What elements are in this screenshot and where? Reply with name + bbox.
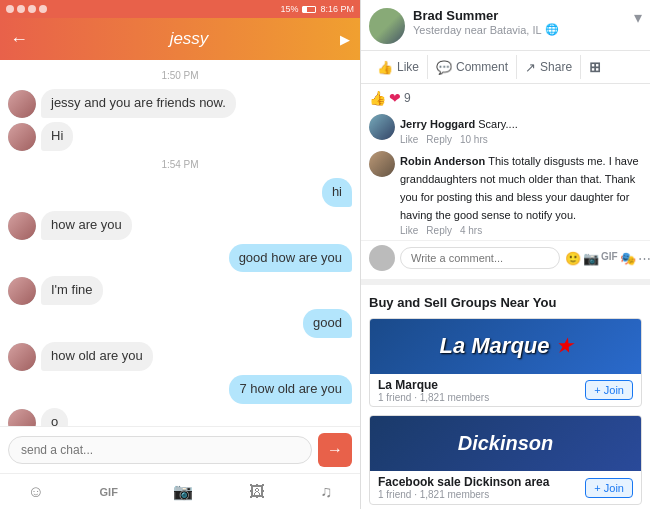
msg-row-how-are-you: how are you [8, 211, 352, 240]
dickinson-name: Facebook sale Dickinson area [378, 475, 549, 489]
msg-row-good-sent: good [8, 309, 352, 338]
msg-row-sent-hi: hi [8, 178, 352, 207]
send-icon: → [327, 441, 343, 459]
robin-avatar [369, 151, 395, 177]
smiley-icon[interactable]: 🙂 [565, 251, 581, 266]
avatar [8, 409, 36, 426]
camera-icon[interactable]: 📷 [173, 482, 193, 501]
system-bubble: jessy and you are friends now. [41, 89, 236, 118]
fb-panel: Brad Summer Yesterday near Batavia, IL 🌐… [360, 0, 650, 509]
msg-row-im-fine: I'm fine [8, 276, 352, 305]
lamarque-logo-text: La Marque [439, 333, 549, 359]
bubble-hi-received: Hi [41, 122, 73, 151]
bubble-7-how-old: 7 how old are you [229, 375, 352, 404]
reaction-heart-icon: ❤ [389, 90, 401, 106]
chat-messages: 1:50 PM jessy and you are friends now. H… [0, 60, 360, 426]
gif-icon[interactable]: GIF [100, 486, 118, 498]
bubble-o: o [41, 408, 68, 426]
chat-title: jessy [38, 29, 340, 49]
avatar-image [8, 277, 36, 305]
fb-group-card-dickinson: Dickinson Facebook sale Dickinson area 1… [369, 415, 642, 505]
camera-icon-2[interactable]: 📷 [583, 251, 599, 266]
avatar-image [8, 212, 36, 240]
more-button[interactable]: ⊞ [581, 55, 609, 79]
reaction-like-icon: 👍 [369, 90, 386, 106]
fb-comments: Jerry Hoggard Scary.... Like Reply 10 hr… [361, 110, 650, 240]
time-label-2: 1:54 PM [8, 159, 352, 170]
jerry-actions: Like Reply 10 hrs [400, 134, 642, 145]
bubble-im-fine: I'm fine [41, 276, 103, 305]
fb-action-bar: 👍 Like 💬 Comment ↗ Share ⊞ [361, 50, 650, 84]
fb-reactions: 👍 ❤ 9 [361, 86, 650, 110]
chat-input[interactable] [8, 436, 312, 464]
back-button[interactable]: ← [10, 29, 28, 50]
avatar [8, 90, 36, 118]
robin-like[interactable]: Like [400, 225, 418, 236]
jerry-reply[interactable]: Reply [426, 134, 452, 145]
fb-divider [361, 279, 650, 285]
comment-jerry-body: Jerry Hoggard Scary.... Like Reply 10 hr… [400, 114, 642, 145]
fb-group-card-lamarque: La Marque ★ La Marque 1 friend · 1,821 m… [369, 318, 642, 408]
robin-time: 4 hrs [460, 225, 482, 236]
avatar [8, 343, 36, 371]
image-icon[interactable]: 🖼 [249, 483, 265, 501]
clock: 8:16 PM [320, 4, 354, 14]
jerry-extra: Scary.... [478, 118, 518, 130]
more-emoji-icon[interactable]: ⋯ [638, 251, 650, 266]
lamarque-meta: La Marque 1 friend · 1,821 members [378, 378, 489, 403]
fb-comment-input[interactable] [400, 247, 560, 269]
robin-name: Robin Anderson [400, 155, 488, 167]
fb-post-options[interactable]: ▾ [634, 8, 642, 27]
chat-input-row: → [0, 426, 360, 473]
gif-icon-2[interactable]: GIF [601, 251, 618, 266]
dickinson-meta: Facebook sale Dickinson area 1 friend · … [378, 475, 549, 500]
emoji-icon[interactable]: ☺ [28, 483, 44, 501]
share-icon: ↗ [525, 60, 536, 75]
robin-reply[interactable]: Reply [426, 225, 452, 236]
status-bar-left [6, 5, 47, 13]
dickinson-logo-text: Dickinson [458, 432, 554, 455]
fb-user-info: Brad Summer Yesterday near Batavia, IL 🌐 [413, 8, 626, 36]
dickinson-join-button[interactable]: + Join [585, 478, 633, 498]
fb-username: Brad Summer [413, 8, 626, 23]
comment-button[interactable]: 💬 Comment [428, 55, 517, 79]
dickinson-stats: 1 friend · 1,821 members [378, 489, 549, 500]
fb-poster-avatar [369, 8, 405, 44]
battery-bar [302, 6, 316, 13]
avatar-image [8, 409, 36, 426]
system-message-row: jessy and you are friends now. [8, 89, 352, 118]
sticker-icon[interactable]: 🎭 [620, 251, 636, 266]
more-icon: ⊞ [589, 59, 601, 75]
msg-row-7-how-old: 7 how old are you [8, 375, 352, 404]
send-button[interactable]: → [318, 433, 352, 467]
bubble-good-how-sent: good how are you [229, 244, 352, 273]
like-icon: 👍 [377, 60, 393, 75]
bubble-hi-sent: hi [322, 178, 352, 207]
jerry-name: Jerry Hoggard [400, 118, 478, 130]
lamarque-star: ★ [556, 335, 572, 357]
msg-row-how-old: how old are you [8, 342, 352, 371]
robin-actions: Like Reply 4 hrs [400, 225, 642, 236]
reaction-count: 9 [404, 91, 411, 105]
fb-emoji-toolbar: 🙂 📷 GIF 🎭 ⋯ [565, 251, 650, 266]
commenter-avatar [369, 245, 395, 271]
brad-avatar-img [369, 8, 405, 44]
msg-row-received-hi: Hi [8, 122, 352, 151]
share-button[interactable]: ↗ Share [517, 55, 581, 79]
bubble-how-old: how old are you [41, 342, 153, 371]
like-label: Like [397, 60, 419, 74]
msg-row-good-how-sent: good how are you [8, 244, 352, 273]
music-icon[interactable]: ♫ [320, 483, 332, 501]
avatar-image [8, 343, 36, 371]
chat-bottom-bar: ☺ GIF 📷 🖼 ♫ [0, 473, 360, 509]
status-bar: 15% 8:16 PM [0, 0, 360, 18]
lamarque-stats: 1 friend · 1,821 members [378, 392, 489, 403]
lamarque-join-button[interactable]: + Join [585, 380, 633, 400]
msg-row-o: o [8, 408, 352, 426]
jerry-like[interactable]: Like [400, 134, 418, 145]
fb-comment-input-row: 🙂 📷 GIF 🎭 ⋯ [361, 240, 650, 275]
like-button[interactable]: 👍 Like [369, 55, 428, 79]
avatar [8, 212, 36, 240]
comment-robin: Robin Anderson This totally disgusts me.… [369, 151, 642, 236]
avatar [8, 123, 36, 151]
